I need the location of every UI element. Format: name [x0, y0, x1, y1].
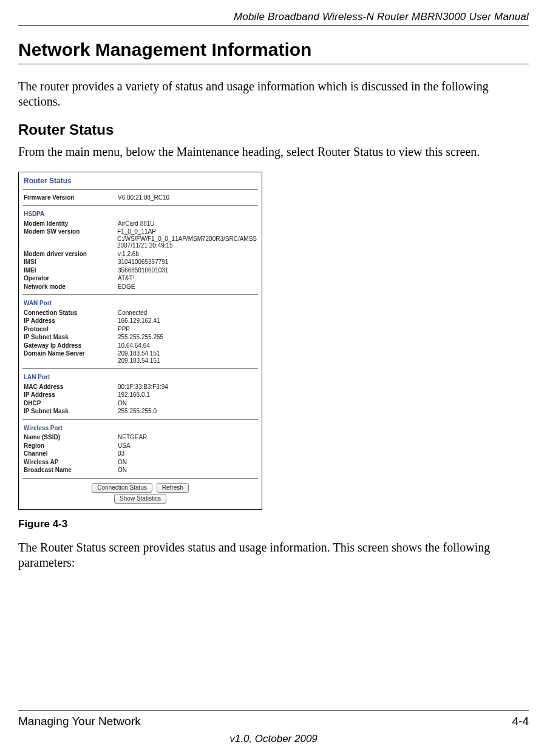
kv-value: F1_0_0_11APC:/WS/FW/F1_0_0_11AP/MSM7200R… — [117, 228, 257, 249]
kv-label: Domain Name Server — [24, 350, 118, 364]
kv-value: 356685010601031 — [118, 267, 257, 274]
kv-row: IP Subnet Mask255.255.255.0 — [22, 407, 258, 416]
kv-row: Connection StatusConnected — [22, 309, 258, 317]
kv-row: Name (SSID)NETGEAR — [22, 433, 258, 442]
subsection-paragraph: From the main menu, below the Maintenanc… — [18, 144, 529, 160]
kv-value: NETGEAR — [118, 434, 257, 441]
kv-label: IMEI — [24, 267, 118, 274]
kv-row: OperatorAT&T! — [22, 274, 258, 283]
kv-label: IP Subnet Mask — [24, 334, 118, 341]
kv-label: Connection Status — [24, 309, 118, 317]
kv-value: AT&T! — [118, 275, 257, 282]
kv-row: RegionUSA — [22, 442, 258, 450]
group-title: LAN Port — [24, 374, 258, 381]
kv-value: 00:1F:33:B3:F3:94 — [118, 383, 257, 391]
kv-row: Modem IdentityAirCard 881U — [22, 220, 258, 228]
kv-row: Modem SW versionF1_0_0_11APC:/WS/FW/F1_0… — [22, 228, 258, 250]
figure-caption: Figure 4-3 — [18, 518, 529, 530]
kv-row: IMSI310410065357791 — [22, 258, 258, 266]
kv-row: Firmware Version V6.00:21.08_RC10 — [22, 194, 258, 202]
kv-value: V6.00:21.08_RC10 — [118, 194, 257, 201]
kv-label: Modem Identity — [24, 220, 118, 228]
kv-label: Name (SSID) — [24, 434, 118, 441]
kv-value: ON — [118, 467, 257, 474]
group-title: WAN Port — [24, 300, 258, 307]
kv-value: USA — [118, 442, 257, 450]
status-group: LAN PortMAC Address00:1F:33:B3:F3:94IP A… — [22, 368, 258, 416]
show-statistics-button[interactable]: Show Statistics — [114, 494, 166, 504]
kv-row: Broadcast NameON — [22, 466, 258, 474]
kv-row: IP Subnet Mask255.255.255.255 — [22, 333, 258, 342]
kv-label: Protocol — [24, 326, 118, 333]
section-rule — [18, 64, 529, 64]
intro-paragraph: The router provides a variety of status … — [18, 79, 529, 109]
kv-value: PPP — [118, 326, 257, 333]
kv-label: Network mode — [24, 283, 118, 291]
kv-label: MAC Address — [24, 383, 118, 391]
kv-row: Network modeEDGE — [22, 283, 258, 291]
kv-row: MAC Address00:1F:33:B3:F3:94 — [22, 383, 258, 391]
page-footer: Managing Your Network 4-4 v1.0, October … — [18, 710, 529, 745]
running-header: Mobile Broadband Wireless-N Router MBRN3… — [18, 11, 529, 23]
header-rule — [18, 25, 529, 26]
kv-value: AirCard 881U — [118, 220, 257, 228]
kv-label: Firmware Version — [24, 194, 118, 201]
kv-label: Channel — [24, 450, 118, 457]
refresh-button[interactable]: Refresh — [157, 483, 189, 493]
kv-value: 310410065357791 — [118, 258, 257, 266]
footer-rule — [18, 710, 529, 711]
kv-value: 03 — [118, 450, 257, 457]
status-group: WAN PortConnection StatusConnectedIP Add… — [22, 294, 258, 365]
kv-value: 209.183.54.151209.183.54.151 — [118, 350, 257, 364]
kv-row: Channel03 — [22, 450, 258, 458]
kv-row: Domain Name Server209.183.54.151209.183.… — [22, 349, 258, 365]
kv-value: EDGE — [118, 283, 257, 291]
kv-value: v.1.2.6b — [118, 251, 257, 258]
kv-value: ON — [118, 459, 257, 466]
kv-value: Connected — [118, 309, 257, 317]
kv-value: 10.64.64.64 — [118, 342, 257, 349]
footer-right: 4-4 — [512, 715, 529, 728]
kv-row: DHCPON — [22, 399, 258, 408]
kv-row: ProtocolPPP — [22, 325, 258, 334]
footer-center: v1.0, October 2009 — [18, 733, 529, 745]
panel-title: Router Status — [24, 177, 258, 186]
kv-label: IP Address — [24, 317, 118, 325]
section-heading: Network Management Information — [18, 39, 529, 60]
kv-value: 192.168.0.1 — [118, 391, 257, 399]
kv-row: Modem driver versionv.1.2.6b — [22, 250, 258, 258]
kv-label: Gateway Ip Address — [24, 342, 118, 349]
kv-label: IP Address — [24, 391, 118, 399]
kv-label: Modem driver version — [24, 251, 118, 258]
kv-row: IP Address192.168.0.1 — [22, 391, 258, 399]
after-figure-paragraph: The Router Status screen provides status… — [18, 540, 529, 570]
kv-label: Modem SW version — [24, 228, 117, 249]
kv-label: IP Subnet Mask — [24, 408, 118, 415]
kv-value: 255.255.255.255 — [118, 334, 257, 341]
kv-row: Wireless APON — [22, 458, 258, 467]
subsection-heading: Router Status — [18, 121, 529, 138]
kv-label: IMSI — [24, 258, 118, 266]
connection-status-button[interactable]: Connection Status — [92, 483, 152, 493]
kv-label: Broadcast Name — [24, 467, 118, 474]
kv-row: Gateway Ip Address10.64.64.64 — [22, 342, 258, 350]
kv-label: Region — [24, 442, 118, 450]
footer-left: Managing Your Network — [18, 715, 141, 728]
status-group: HSDPAModem IdentityAirCard 881UModem SW … — [22, 205, 258, 291]
status-group: Wireless PortName (SSID)NETGEARRegionUSA… — [22, 419, 258, 474]
kv-value: 166.129.162.41 — [118, 317, 257, 325]
router-status-screenshot: Router Status Firmware Version V6.00:21.… — [18, 172, 262, 510]
kv-label: DHCP — [24, 400, 118, 407]
group-title: HSDPA — [24, 211, 258, 218]
kv-row: IMEI356685010601031 — [22, 266, 258, 275]
kv-label: Operator — [24, 275, 118, 282]
button-row: Connection Status Refresh Show Statistic… — [22, 478, 258, 504]
kv-value: ON — [118, 400, 257, 407]
kv-row: IP Address166.129.162.41 — [22, 317, 258, 325]
kv-value: 255.255.255.0 — [118, 408, 257, 415]
kv-label: Wireless AP — [24, 459, 118, 466]
group-title: Wireless Port — [24, 425, 258, 432]
